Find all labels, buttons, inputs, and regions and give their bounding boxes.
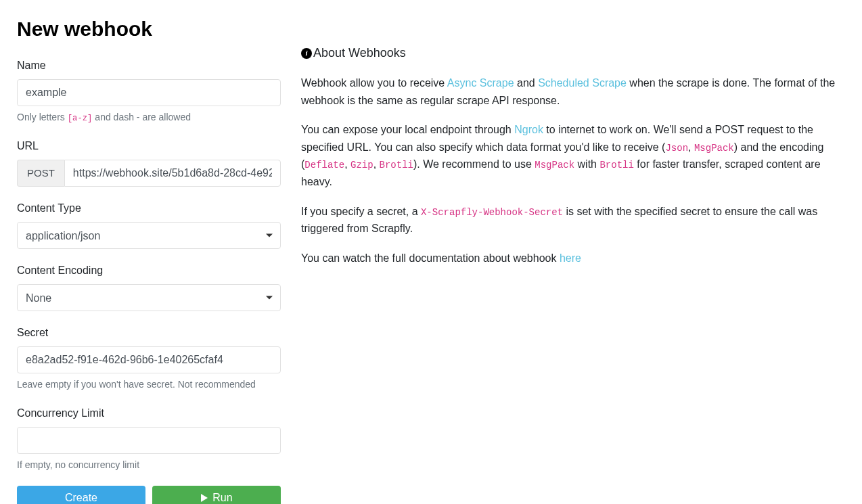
ngrok-link[interactable]: Ngrok	[514, 124, 543, 135]
name-input[interactable]	[17, 79, 281, 106]
about-heading: iAbout Webhooks	[301, 44, 845, 62]
run-button[interactable]: Run	[152, 486, 281, 504]
url-input-group: POST	[17, 160, 281, 187]
scheduled-scrape-link[interactable]: Scheduled Scrape	[538, 77, 627, 89]
play-icon	[200, 493, 208, 503]
about-column: iAbout Webhooks Webhook allow you to rec…	[301, 14, 845, 504]
about-p4: You can watch the full documentation abo…	[301, 250, 845, 267]
concurrency-label: Concurrency Limit	[17, 405, 281, 421]
concurrency-input[interactable]	[17, 427, 281, 454]
name-label: Name	[17, 58, 281, 74]
content-encoding-label: Content Encoding	[17, 262, 281, 279]
content-encoding-group: Content Encoding None	[17, 262, 281, 311]
url-group: URL POST	[17, 138, 281, 187]
name-group: Name Only letters [a-z] and dash - are a…	[17, 58, 281, 124]
url-label: URL	[17, 138, 281, 154]
async-scrape-link[interactable]: Async Scrape	[447, 77, 514, 89]
create-button[interactable]: Create	[17, 486, 145, 504]
content-type-group: Content Type application/json	[17, 200, 281, 249]
secret-input[interactable]	[17, 346, 281, 373]
about-p1: Webhook allow you to receive Async Scrap…	[301, 74, 845, 109]
info-icon: i	[301, 48, 312, 59]
concurrency-group: Concurrency Limit If empty, no concurren…	[17, 405, 281, 472]
url-input[interactable]	[64, 160, 281, 187]
page-title: New webhook	[17, 14, 281, 44]
concurrency-hint: If empty, no concurrency limit	[17, 458, 281, 472]
about-p2: You can expose your local endpoint throu…	[301, 121, 845, 190]
docs-here-link[interactable]: here	[560, 252, 581, 264]
content-encoding-select[interactable]: None	[17, 284, 281, 311]
about-p3: If you specify a secret, a X-Scrapfly-We…	[301, 203, 845, 237]
main-container: New webhook Name Only letters [a-z] and …	[0, 0, 862, 504]
form-column: New webhook Name Only letters [a-z] and …	[17, 14, 281, 504]
svg-marker-0	[201, 494, 208, 502]
secret-label: Secret	[17, 325, 281, 341]
content-type-label: Content Type	[17, 200, 281, 216]
content-type-select[interactable]: application/json	[17, 222, 281, 249]
secret-hint: Leave empty if you won't have secret. No…	[17, 377, 281, 392]
name-hint: Only letters [a-z] and dash - are allowe…	[17, 110, 281, 124]
secret-group: Secret Leave empty if you won't have sec…	[17, 325, 281, 392]
url-method-badge: POST	[17, 160, 64, 187]
button-row: Create Run	[17, 486, 281, 504]
